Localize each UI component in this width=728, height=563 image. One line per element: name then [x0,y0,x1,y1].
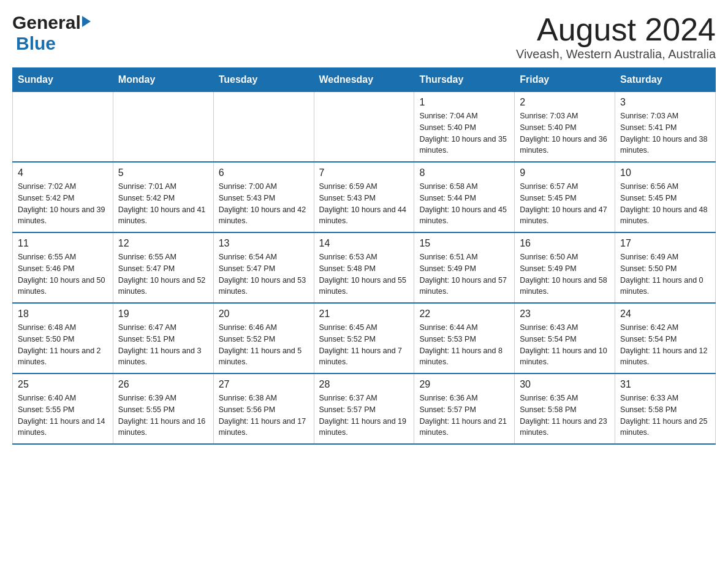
day-info: Sunrise: 6:40 AMSunset: 5:55 PMDaylight:… [18,393,108,439]
calendar-cell: 28Sunrise: 6:37 AMSunset: 5:57 PMDayligh… [314,373,414,444]
calendar-cell: 12Sunrise: 6:55 AMSunset: 5:47 PMDayligh… [113,232,213,303]
day-info: Sunrise: 6:55 AMSunset: 5:47 PMDaylight:… [118,251,208,297]
calendar-week-5: 25Sunrise: 6:40 AMSunset: 5:55 PMDayligh… [13,373,716,444]
page-header: General Blue August 2024 Viveash, Wester… [12,12,716,61]
day-info: Sunrise: 6:51 AMSunset: 5:49 PMDaylight:… [419,251,509,297]
day-info: Sunrise: 6:39 AMSunset: 5:55 PMDaylight:… [118,393,208,439]
day-number: 14 [319,238,409,249]
day-info: Sunrise: 6:43 AMSunset: 5:54 PMDaylight:… [520,322,610,368]
day-header-saturday: Saturday [615,68,716,92]
calendar-week-2: 4Sunrise: 7:02 AMSunset: 5:42 PMDaylight… [13,162,716,232]
day-number: 11 [18,238,108,249]
day-info: Sunrise: 6:58 AMSunset: 5:44 PMDaylight:… [419,181,509,227]
calendar-cell [13,92,113,163]
day-number: 7 [319,167,409,178]
calendar-cell: 8Sunrise: 6:58 AMSunset: 5:44 PMDaylight… [414,162,515,232]
day-number: 6 [219,167,309,178]
logo-blue-text: Blue [16,33,56,53]
day-info: Sunrise: 6:54 AMSunset: 5:47 PMDaylight:… [219,251,309,297]
day-info: Sunrise: 7:03 AMSunset: 5:41 PMDaylight:… [620,110,710,156]
calendar-week-3: 11Sunrise: 6:55 AMSunset: 5:46 PMDayligh… [13,232,716,303]
calendar-cell: 17Sunrise: 6:49 AMSunset: 5:50 PMDayligh… [615,232,716,303]
day-info: Sunrise: 7:01 AMSunset: 5:42 PMDaylight:… [118,181,208,227]
calendar-cell: 20Sunrise: 6:46 AMSunset: 5:52 PMDayligh… [213,303,314,373]
calendar-table: SundayMondayTuesdayWednesdayThursdayFrid… [12,67,716,445]
day-number: 29 [419,379,509,390]
day-number: 5 [118,167,208,178]
day-number: 3 [620,97,710,108]
day-info: Sunrise: 7:00 AMSunset: 5:43 PMDaylight:… [219,181,309,227]
day-number: 15 [419,238,509,249]
calendar-cell: 26Sunrise: 6:39 AMSunset: 5:55 PMDayligh… [113,373,213,444]
calendar-cell: 18Sunrise: 6:48 AMSunset: 5:50 PMDayligh… [13,303,113,373]
calendar-cell: 19Sunrise: 6:47 AMSunset: 5:51 PMDayligh… [113,303,213,373]
calendar-cell: 21Sunrise: 6:45 AMSunset: 5:52 PMDayligh… [314,303,414,373]
day-number: 21 [319,308,409,320]
day-info: Sunrise: 6:59 AMSunset: 5:43 PMDaylight:… [319,181,409,227]
calendar-cell: 30Sunrise: 6:35 AMSunset: 5:58 PMDayligh… [515,373,615,444]
day-info: Sunrise: 7:03 AMSunset: 5:40 PMDaylight:… [520,110,610,156]
calendar-cell: 14Sunrise: 6:53 AMSunset: 5:48 PMDayligh… [314,232,414,303]
day-number: 9 [520,167,610,178]
calendar-cell: 5Sunrise: 7:01 AMSunset: 5:42 PMDaylight… [113,162,213,232]
calendar-cell: 23Sunrise: 6:43 AMSunset: 5:54 PMDayligh… [515,303,615,373]
day-number: 22 [419,308,509,320]
calendar-cell: 10Sunrise: 6:56 AMSunset: 5:45 PMDayligh… [615,162,716,232]
day-number: 10 [620,167,710,178]
title-section: August 2024 Viveash, Western Australia, … [516,12,716,61]
day-info: Sunrise: 6:33 AMSunset: 5:58 PMDaylight:… [620,393,710,439]
day-info: Sunrise: 6:53 AMSunset: 5:48 PMDaylight:… [319,251,409,297]
day-header-tuesday: Tuesday [213,68,314,92]
calendar-week-4: 18Sunrise: 6:48 AMSunset: 5:50 PMDayligh… [13,303,716,373]
day-number: 30 [520,379,610,390]
day-info: Sunrise: 6:35 AMSunset: 5:58 PMDaylight:… [520,393,610,439]
day-number: 27 [219,379,309,390]
day-number: 1 [419,97,509,108]
day-number: 23 [520,308,610,320]
day-number: 4 [18,167,108,178]
day-number: 26 [118,379,208,390]
day-info: Sunrise: 6:49 AMSunset: 5:50 PMDaylight:… [620,251,710,297]
month-title: August 2024 [516,12,716,47]
calendar-cell: 29Sunrise: 6:36 AMSunset: 5:57 PMDayligh… [414,373,515,444]
calendar-cell: 22Sunrise: 6:44 AMSunset: 5:53 PMDayligh… [414,303,515,373]
day-header-monday: Monday [113,68,213,92]
calendar-body: 1Sunrise: 7:04 AMSunset: 5:40 PMDaylight… [13,92,716,445]
day-info: Sunrise: 6:38 AMSunset: 5:56 PMDaylight:… [219,393,309,439]
day-number: 20 [219,308,309,320]
day-number: 31 [620,379,710,390]
day-info: Sunrise: 6:57 AMSunset: 5:45 PMDaylight:… [520,181,610,227]
days-of-week-row: SundayMondayTuesdayWednesdayThursdayFrid… [13,68,716,92]
calendar-cell: 24Sunrise: 6:42 AMSunset: 5:54 PMDayligh… [615,303,716,373]
day-header-friday: Friday [515,68,615,92]
day-number: 12 [118,238,208,249]
calendar-cell: 7Sunrise: 6:59 AMSunset: 5:43 PMDaylight… [314,162,414,232]
day-info: Sunrise: 6:36 AMSunset: 5:57 PMDaylight:… [419,393,509,439]
day-info: Sunrise: 6:55 AMSunset: 5:46 PMDaylight:… [18,251,108,297]
calendar-cell: 2Sunrise: 7:03 AMSunset: 5:40 PMDaylight… [515,92,615,163]
day-info: Sunrise: 6:42 AMSunset: 5:54 PMDaylight:… [620,322,710,368]
day-info: Sunrise: 6:45 AMSunset: 5:52 PMDaylight:… [319,322,409,368]
day-number: 24 [620,308,710,320]
day-header-wednesday: Wednesday [314,68,414,92]
day-info: Sunrise: 6:50 AMSunset: 5:49 PMDaylight:… [520,251,610,297]
day-info: Sunrise: 7:04 AMSunset: 5:40 PMDaylight:… [419,110,509,156]
day-info: Sunrise: 7:02 AMSunset: 5:42 PMDaylight:… [18,181,108,227]
calendar-cell: 25Sunrise: 6:40 AMSunset: 5:55 PMDayligh… [13,373,113,444]
calendar-cell: 9Sunrise: 6:57 AMSunset: 5:45 PMDaylight… [515,162,615,232]
calendar-week-1: 1Sunrise: 7:04 AMSunset: 5:40 PMDaylight… [13,92,716,163]
day-info: Sunrise: 6:44 AMSunset: 5:53 PMDaylight:… [419,322,509,368]
day-number: 28 [319,379,409,390]
day-number: 17 [620,238,710,249]
calendar-cell [113,92,213,163]
day-info: Sunrise: 6:48 AMSunset: 5:50 PMDaylight:… [18,322,108,368]
logo-general-text: General [12,12,81,33]
day-number: 13 [219,238,309,249]
day-header-thursday: Thursday [414,68,515,92]
day-info: Sunrise: 6:47 AMSunset: 5:51 PMDaylight:… [118,322,208,368]
location-title: Viveash, Western Australia, Australia [516,47,716,61]
calendar-header: SundayMondayTuesdayWednesdayThursdayFrid… [13,68,716,92]
day-info: Sunrise: 6:56 AMSunset: 5:45 PMDaylight:… [620,181,710,227]
calendar-cell: 31Sunrise: 6:33 AMSunset: 5:58 PMDayligh… [615,373,716,444]
logo-arrow-icon [82,16,91,27]
